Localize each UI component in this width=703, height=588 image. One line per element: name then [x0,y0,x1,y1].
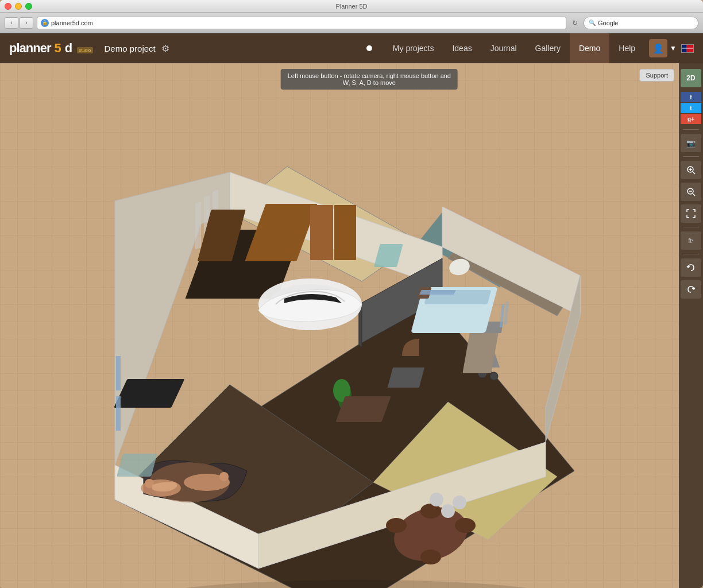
back-button[interactable]: ‹ [5,17,18,29]
undo-icon [686,263,696,272]
browser-window: Planner 5D ‹ › 🔒 planner5d.com ↻ 🔍 Googl… [0,0,703,588]
2d-label: 2D [686,74,695,82]
view-2d-button[interactable]: 2D [681,69,701,87]
right-toolbar: 2D f t g+ 📷 [679,63,703,588]
nav-item-help[interactable]: Help [609,33,644,63]
twitter-share-button[interactable]: t [681,103,701,113]
app-container: planner 5 d studio Demo project ⚙ My pro… [0,33,703,588]
browser-search[interactable]: 🔍 Google [584,17,698,29]
browser-toolbar: ‹ › 🔒 planner5d.com ↻ 🔍 Google [0,13,703,33]
logo-badge: studio [77,47,92,53]
zoom-out-icon [686,187,696,196]
divider-4 [683,254,699,254]
user-avatar: 👤 [649,39,667,57]
flag-icon [681,44,694,53]
main-content[interactable]: Left mouse button - rotate camera, right… [0,63,703,588]
url-text: planner5d.com [51,20,93,26]
logo-5: 5 [54,41,61,56]
logo-text: planner [9,41,51,56]
social-share-group: f t g+ [681,92,701,124]
fullscreen-icon [686,209,696,218]
browser-nav-buttons: ‹ › [5,17,33,29]
grid-background [0,63,703,588]
settings-icon[interactable]: ⚙ [161,43,169,54]
browser-titlebar: Planner 5D [0,0,703,13]
browser-title: Planner 5D [335,3,367,10]
nav-item-ideas[interactable]: Ideas [443,33,481,63]
zoom-in-button[interactable] [681,161,701,179]
units-button[interactable]: ft² [681,231,701,250]
nav-user[interactable]: 👤 ▼ [649,39,677,57]
forward-button[interactable]: › [20,17,33,29]
divider-2 [683,156,699,157]
camera-icon: 📷 [686,139,696,148]
tooltip-line2: W, S, A, D to move [288,79,451,86]
app-logo: planner 5 d studio [9,41,93,56]
project-name: Demo project [105,44,156,53]
nav-items: My projects Ideas Journal Gallery Demo H… [384,33,644,63]
screenshot-button[interactable]: 📷 [681,134,701,152]
support-button[interactable]: Support [639,69,674,82]
secure-icon: 🔒 [41,19,49,27]
undo-button[interactable] [681,258,701,277]
search-placeholder: Google [598,20,618,26]
flag-container [681,44,694,53]
minimize-button[interactable] [15,3,22,10]
redo-icon [686,285,696,294]
zoom-out-button[interactable] [681,183,701,201]
redo-button[interactable] [681,280,701,299]
nav-item-journal[interactable]: Journal [481,33,526,63]
camera-tooltip: Left mouse button - rotate camera, right… [281,69,458,90]
nav-item-my-projects[interactable]: My projects [384,33,443,63]
zoom-in-icon [686,165,696,175]
traffic-lights [5,3,32,10]
nav-item-gallery[interactable]: Gallery [526,33,570,63]
close-button[interactable] [5,3,11,10]
refresh-button[interactable]: ↻ [570,18,580,28]
units-label: ft² [689,238,694,244]
divider-1 [683,129,699,130]
dropdown-arrow: ▼ [670,44,677,52]
googleplus-share-button[interactable]: g+ [681,114,701,124]
logo-d: d [65,41,72,56]
tooltip-line1: Left mouse button - rotate camera, right… [288,72,451,79]
nav-item-demo[interactable]: Demo [570,33,609,63]
facebook-share-button[interactable]: f [681,92,701,102]
svg-line-60 [693,172,695,174]
divider-3 [683,227,699,227]
nav-dot [366,45,372,51]
app-nav: planner 5 d studio Demo project ⚙ My pro… [0,33,703,63]
svg-line-64 [693,194,695,196]
fullscreen-button[interactable] [681,204,701,223]
maximize-button[interactable] [25,3,32,10]
address-bar[interactable]: 🔒 planner5d.com [37,17,566,29]
